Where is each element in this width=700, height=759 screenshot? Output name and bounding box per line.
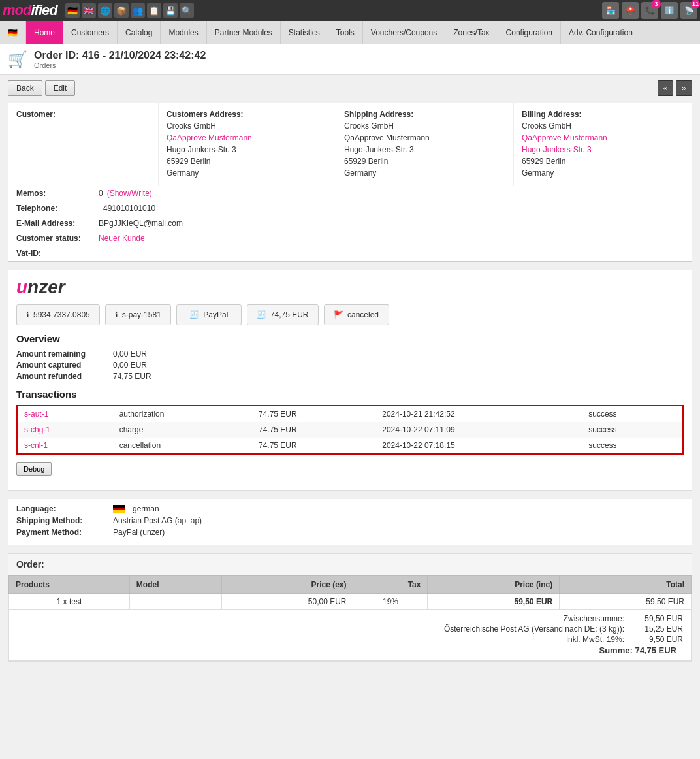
- notifications-icon[interactable]: 📞 3: [641, 2, 658, 19]
- pill-amount[interactable]: 🧾 74,75 EUR: [247, 304, 319, 325]
- nav-item-catalog[interactable]: Catalog: [118, 21, 161, 44]
- table-row: s-aut-1 authorization 74.75 EUR 2024-10-…: [17, 406, 683, 422]
- info-icon-2: ℹ: [115, 310, 118, 319]
- ca-name-link[interactable]: QaApprove Mustermann: [167, 133, 252, 142]
- txn-amount: 74.75 EUR: [252, 422, 375, 438]
- rss-badge: 11: [691, 0, 700, 8]
- order-row: 1 x test 50,00 EUR 19% 59,50 EUR 59,50 E…: [9, 594, 692, 610]
- txn-amount: 74.75 EUR: [252, 438, 375, 454]
- back-button[interactable]: Back: [8, 80, 42, 96]
- receipt-icon: 🧾: [189, 310, 199, 319]
- nav-item-home[interactable]: Home: [26, 21, 63, 44]
- overview-rows: Amount remaining 0,00 EUR Amount capture…: [16, 349, 684, 381]
- total-label: Österreichische Post AG (Versand nach DE…: [435, 624, 631, 634]
- txn-amount: 74.75 EUR: [252, 406, 375, 422]
- order-label: Order:: [8, 554, 692, 575]
- pill-canceled[interactable]: 🚩 canceled: [324, 304, 389, 325]
- info-icon[interactable]: ℹ️: [661, 2, 678, 19]
- shipping-address-label: Shipping Address:: [344, 110, 505, 119]
- customer-info-box: Customer: Customers Address: Crooks GmbH…: [8, 103, 692, 262]
- total-label: Summe: 74,75 EUR: [599, 645, 684, 655]
- box-icon[interactable]: 📦: [114, 3, 129, 18]
- ba-name-link[interactable]: QaApprove Mustermann: [522, 133, 607, 142]
- nav-item-adv-config[interactable]: Adv. Configuration: [561, 21, 641, 44]
- ba-street-link[interactable]: Hugo-Junkers-Str. 3: [522, 145, 592, 154]
- status-value[interactable]: Neuer Kunde: [99, 234, 145, 243]
- help-icon[interactable]: ⛑️: [622, 2, 639, 19]
- memos-value: 0: [99, 189, 103, 198]
- prev-button[interactable]: «: [658, 80, 674, 96]
- nav-flag[interactable]: 🇩🇪: [0, 21, 26, 44]
- overview-row-0: Amount remaining 0,00 EUR: [16, 349, 684, 359]
- txn-date: 2024-10-22 07:11:09: [375, 422, 582, 438]
- overview-row-1: Amount captured 0,00 EUR: [16, 361, 684, 370]
- txn-status: success: [582, 422, 683, 438]
- ba-country: Germany: [522, 167, 684, 179]
- memos-link[interactable]: (Show/Write): [107, 189, 152, 198]
- nav-item-zones[interactable]: Zones/Tax: [445, 21, 498, 44]
- next-button[interactable]: »: [676, 80, 692, 96]
- save-icon[interactable]: 💾: [163, 3, 178, 18]
- pill-transaction-id[interactable]: ℹ 5934.7337.0805: [16, 304, 100, 325]
- email-row: E-Mail Address: BPgJJKIeQL@mail.com: [8, 216, 692, 231]
- customers-address-col: Customers Address: Crooks GmbH QaApprove…: [159, 103, 336, 186]
- total-label: inkl. MwSt. 19%:: [435, 635, 631, 644]
- order-icon: 🛒: [8, 50, 27, 69]
- nav-item-modules[interactable]: Modules: [161, 21, 206, 44]
- txn-type: cancellation: [113, 438, 252, 454]
- ca-street: Hugo-Junkers-Str. 3: [167, 144, 328, 155]
- vat-label: Vat-ID:: [16, 249, 95, 258]
- table-row: s-chg-1 charge 74.75 EUR 2024-10-22 07:1…: [17, 422, 683, 438]
- ov-value-0: 0,00 EUR: [113, 349, 147, 359]
- txn-type: charge: [113, 422, 252, 438]
- nav-item-customers[interactable]: Customers: [63, 21, 118, 44]
- status-label: Customer status:: [16, 234, 95, 243]
- notification-badge: 3: [652, 0, 661, 8]
- meta-section: Language: german Shipping Method: Austri…: [8, 498, 692, 545]
- overview-section: Overview Amount remaining 0,00 EUR Amoun…: [16, 333, 684, 381]
- ca-zip: 65929 Berlin: [167, 155, 328, 167]
- payment-row: Payment Method: PayPal (unzer): [16, 528, 684, 537]
- nav-item-tools[interactable]: Tools: [328, 21, 363, 44]
- order-table-header: Products Model Price (ex) Tax Price (inc…: [9, 576, 692, 594]
- rss-icon[interactable]: 📡 11: [680, 2, 697, 19]
- sa-name: QaApprove Mustermann: [344, 132, 505, 144]
- nav-item-config[interactable]: Configuration: [498, 21, 561, 44]
- search-icon[interactable]: 🔍: [180, 3, 194, 18]
- clipboard-icon[interactable]: 📋: [147, 3, 161, 18]
- ca-country: Germany: [167, 167, 328, 179]
- txn-id: s-cnl-1: [17, 438, 113, 454]
- edit-button[interactable]: Edit: [45, 80, 76, 96]
- ov-value-1: 0,00 EUR: [113, 361, 147, 370]
- debug-button[interactable]: Debug: [16, 462, 52, 476]
- language-row: Language: german: [16, 504, 684, 513]
- flag-de-icon[interactable]: 🇩🇪: [65, 3, 80, 18]
- col-price-inc: Price (inc): [428, 576, 560, 594]
- breadcrumb: Orders: [34, 61, 206, 69]
- product-model: [129, 594, 221, 610]
- pill-pay-id[interactable]: ℹ s-pay-1581: [105, 304, 171, 325]
- transactions-title: Transactions: [16, 389, 684, 400]
- col-model: Model: [129, 576, 221, 594]
- nav-item-statistics[interactable]: Statistics: [281, 21, 328, 44]
- pill-paypal[interactable]: 🧾 PayPal: [176, 304, 242, 325]
- globe-icon[interactable]: 🌐: [98, 3, 112, 18]
- ca-company: Crooks GmbH: [167, 120, 328, 132]
- shipping-row: Shipping Method: Austrian Post AG (ap_ap…: [16, 516, 684, 525]
- telephone-label: Telephone:: [16, 204, 95, 213]
- sa-street: Hugo-Junkers-Str. 3: [344, 144, 505, 155]
- nav-item-vouchers[interactable]: Vouchers/Coupons: [363, 21, 445, 44]
- txn-id: s-chg-1: [17, 422, 113, 438]
- shop-icon[interactable]: 🏪: [602, 2, 619, 19]
- flag-gb-icon[interactable]: 🇬🇧: [82, 3, 96, 18]
- telephone-value: +491010101010: [99, 204, 155, 213]
- memos-row: Memos: 0 (Show/Write): [8, 186, 692, 201]
- app-logo: modified: [3, 2, 57, 19]
- col-total: Total: [560, 576, 692, 594]
- users-icon[interactable]: 👥: [131, 3, 145, 18]
- nav-item-partner[interactable]: Partner Modules: [207, 21, 281, 44]
- billing-address-label: Billing Address:: [522, 110, 684, 119]
- ov-label-0: Amount remaining: [16, 349, 108, 359]
- flag-de-icon: [113, 505, 125, 513]
- info-icon-1: ℹ: [26, 310, 29, 319]
